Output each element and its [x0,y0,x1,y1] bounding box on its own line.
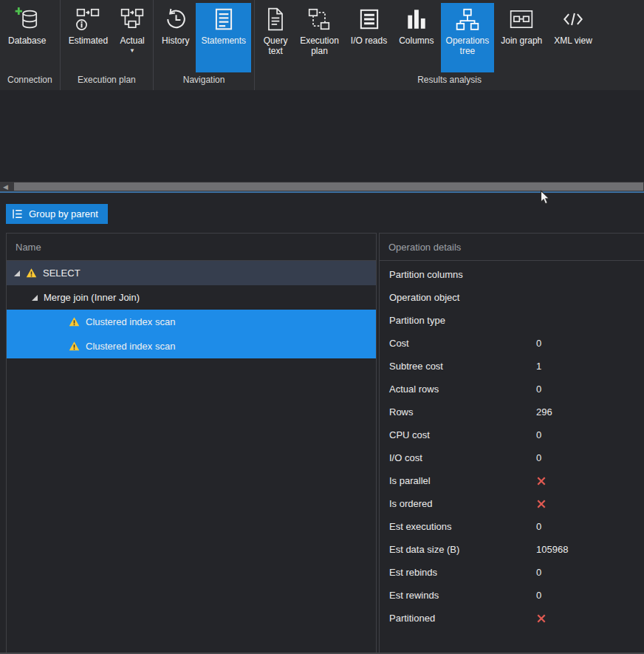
app-window: { "ribbon": { "groups": [ { "label": "Co… [0,0,644,654]
detail-row: Is parallel [380,469,644,492]
tree-panel-header: Name [7,234,376,261]
tree-row-label: SELECT [43,268,80,279]
detail-row: Est rebinds0 [380,561,644,584]
dropdown-caret-icon[interactable]: ▼ [129,48,135,54]
detail-row: Partition columns [380,263,644,286]
ribbon-button-actual[interactable]: Actual▼ [114,3,150,72]
detail-label: Partitioned [389,613,536,624]
ribbon-group-label: Navigation [154,72,254,90]
ribbon-button-history[interactable]: History [157,3,194,72]
group-by-parent-icon [12,208,23,219]
expander-icon[interactable] [32,295,38,301]
ribbon-button-operations-tree[interactable]: Operations tree [441,3,495,72]
detail-label: Partition columns [389,269,536,280]
detail-label: Rows [389,406,536,418]
ribbon-button-io-reads[interactable]: I/O reads [346,3,392,72]
ribbon-group-navigation: HistoryStatementsNavigation [154,0,255,90]
detail-value: 296 [536,406,552,418]
statements-icon [211,7,236,32]
detail-value: 0 [536,429,541,440]
ribbon-button-estimated[interactable]: Estimated [64,3,113,72]
ribbon-group-buttons: Query textExecution planI/O readsColumns… [255,0,644,72]
detail-row: Rows296 [380,401,644,423]
detail-label: Est executions [389,521,536,532]
detail-row: Actual rows0 [380,378,644,401]
expander-icon[interactable] [14,270,20,276]
ribbon-button-database[interactable]: Database [3,3,51,72]
scrollbar-left-arrow-icon[interactable]: ◀ [0,182,11,191]
tree-row[interactable]: SELECT [7,261,376,285]
detail-row: I/O cost0 [380,446,644,469]
ribbon-group-execution-plan: EstimatedActual▼Execution plan [61,0,154,90]
detail-label: CPU cost [389,429,536,440]
tree-row[interactable]: Clustered index scan [7,334,376,358]
tree-rows: SELECTMerge join (Inner Join)Clustered i… [7,261,376,358]
detail-label: Est rewinds [389,590,536,601]
ribbon-button-label: XML view [554,35,592,46]
tree-row-label: Clustered index scan [86,341,175,352]
ribbon-button-label: Estimated [69,35,108,46]
ribbon-button-columns[interactable]: Columns [394,3,439,72]
cross-icon [536,613,547,624]
details-panel-header: Operation details [380,234,644,261]
detail-label: I/O cost [389,452,536,463]
ribbon-button-xml-view[interactable]: XML view [549,3,597,72]
detail-rows: Partition columnsOperation objectPartiti… [380,261,644,630]
ribbon-button-execution-plan[interactable]: Execution plan [295,3,344,72]
ribbon-button-label: Database [8,35,46,46]
ribbon: DatabaseConnectionEstimatedActual▼Execut… [0,0,644,90]
ribbon-group-label: Execution plan [61,72,153,90]
ribbon-button-join-graph[interactable]: Join graph [496,3,547,72]
detail-value: 0 [536,521,541,532]
tree-row[interactable]: Clustered index scan [7,310,376,334]
detail-row: CPU cost0 [380,423,644,446]
detail-value: 0 [536,567,541,578]
detail-value: 0 [536,590,541,601]
results-toolbar: Group by parent [6,204,108,224]
scrollbar-thumb[interactable] [14,183,643,191]
ribbon-group-label: Connection [0,72,60,90]
ribbon-button-query-text[interactable]: Query text [258,3,293,72]
detail-label: Subtree cost [389,361,536,372]
warning-icon [26,268,37,279]
operations-tree-panel: Name SELECTMerge join (Inner Join)Cluste… [6,233,377,653]
detail-label: Actual rows [389,384,536,395]
tree-row-label: Clustered index scan [86,316,175,327]
detail-row: Est executions0 [380,515,644,538]
tree-row[interactable]: Merge join (Inner Join) [7,285,376,310]
detail-label: Est rebinds [389,567,536,578]
detail-value: 0 [536,384,541,395]
ribbon-button-label: I/O reads [351,35,387,46]
detail-label: Cost [389,338,536,349]
detail-label: Is ordered [389,498,536,509]
cross-icon [536,499,547,509]
ribbon-button-statements[interactable]: Statements [196,3,251,72]
join-graph-icon [509,7,534,32]
group-by-parent-label: Group by parent [29,208,98,219]
horizontal-scrollbar[interactable]: ◀ [0,182,644,191]
scrollbar-track[interactable] [11,182,644,191]
actual-plan-icon [120,7,145,32]
cross-icon [536,476,547,486]
xml-view-icon [561,7,586,32]
ribbon-button-label: Columns [399,35,434,46]
group-by-parent-button[interactable]: Group by parent [6,204,108,224]
ribbon-button-label: Execution plan [300,35,339,57]
detail-row: Est data size (B)105968 [380,538,644,561]
ribbon-button-label: Join graph [501,35,542,46]
detail-label: Operation object [389,292,536,303]
database-add-icon [15,7,40,32]
detail-label: Est data size (B) [389,544,536,555]
detail-value: 0 [536,452,541,463]
detail-label: Is parallel [389,475,536,486]
ribbon-group-connection: DatabaseConnection [0,0,61,90]
ribbon-button-label: Operations tree [446,35,490,57]
ribbon-group-buttons: EstimatedActual▼ [61,0,153,72]
ribbon-button-label: History [162,35,189,46]
warning-icon [69,341,80,352]
operation-details-panel: Operation details Partition columnsOpera… [379,233,644,653]
detail-row: Cost0 [380,332,644,355]
ribbon-group-buttons: HistoryStatements [154,0,254,72]
history-icon [163,7,188,32]
detail-row: Partitioned [380,607,644,630]
